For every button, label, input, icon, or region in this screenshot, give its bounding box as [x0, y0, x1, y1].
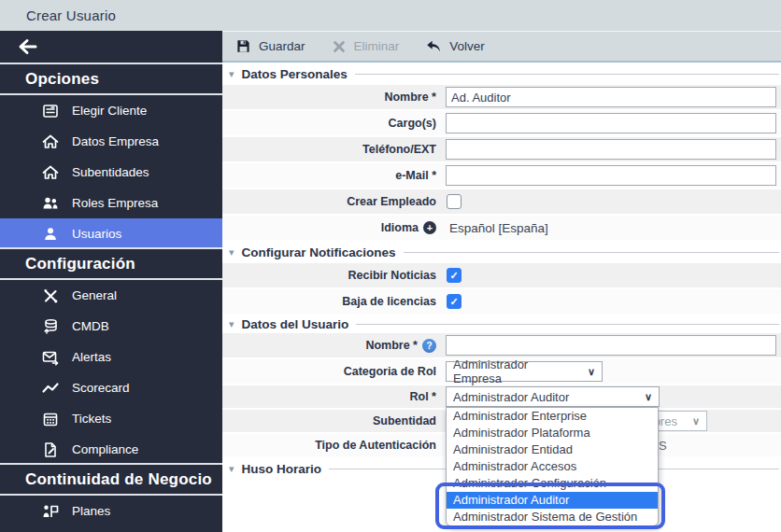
crear-usuario-screen: Crear Usuario Opciones Elegir Cliente Da…	[0, 0, 781, 532]
nombre-usuario-input[interactable]	[446, 335, 776, 356]
row-categoria-rol: Categoria de Rol Administrador Empresa ∨	[222, 359, 781, 385]
home-icon	[41, 133, 60, 151]
delete-x-icon	[332, 39, 347, 54]
idioma-value: Español [España]	[446, 221, 548, 235]
field-label: Crear Empleado	[347, 195, 436, 208]
row-nombre-usuario: Nombre * ?	[222, 333, 781, 359]
undo-arrow-icon	[425, 38, 442, 54]
sidebar-item-compliance[interactable]: Compliance	[0, 434, 222, 465]
sidebar-item-elegir-cliente[interactable]: Elegir Cliente	[0, 95, 222, 126]
dropdown-option[interactable]: Administrador Configuración	[447, 475, 658, 492]
section-title: Datos del Usuario	[242, 317, 349, 331]
sidebar-item-alertas[interactable]: Alertas	[0, 342, 222, 372]
people-icon	[41, 194, 60, 213]
row-email: e-Mail *	[222, 163, 781, 189]
dropdown-option[interactable]: Administrador Entidad	[447, 441, 658, 458]
email-input[interactable]	[446, 165, 776, 186]
save-button[interactable]: Guardar	[235, 38, 305, 54]
sidebar-item-label: Compliance	[72, 442, 138, 456]
field-label: Teléfono/EXT	[362, 143, 436, 156]
field-label: Nombre *	[365, 339, 418, 352]
sidebar-item-general[interactable]: General	[0, 280, 222, 311]
sidebar-item-label: Roles Empresa	[72, 196, 158, 210]
dropdown-option[interactable]: Administrador Accesos	[447, 458, 658, 475]
section-rule	[356, 324, 779, 325]
mail-send-icon	[41, 348, 60, 367]
select-value: Administrador Auditor	[453, 390, 569, 404]
add-language-icon[interactable]: +	[423, 221, 436, 234]
dropdown-option-highlighted[interactable]: Administrador Auditor	[447, 492, 658, 509]
chevron-down-icon: ∨	[588, 366, 595, 378]
sidebar-item-label: Subentidades	[72, 165, 149, 179]
recibir-noticias-checkbox[interactable]	[447, 268, 462, 283]
field-label: Rol *	[410, 390, 436, 403]
save-label: Guardar	[259, 39, 305, 53]
collapse-triangle-icon[interactable]: ▾	[229, 246, 234, 259]
sidebar-back-button[interactable]	[0, 31, 222, 64]
dropdown-option[interactable]: Administrador Sistema de Gestión	[447, 509, 658, 525]
rol-select[interactable]: Administrador Auditor ∨	[446, 386, 660, 407]
row-crear-empleado: Crear Empleado	[222, 189, 781, 216]
collapse-triangle-icon[interactable]: ▾	[229, 463, 234, 475]
database-upload-icon	[41, 317, 60, 336]
line-chart-icon	[41, 379, 60, 398]
field-label: Categoria de Rol	[344, 365, 436, 378]
calendar-icon	[41, 410, 60, 428]
help-icon[interactable]: ?	[422, 339, 436, 353]
collapse-triangle-icon[interactable]: ▾	[229, 318, 234, 330]
section-configurar-notificaciones: ▾ Configurar Notificaciones	[222, 242, 781, 263]
arrow-left-icon	[16, 37, 38, 56]
delete-button[interactable]: Eliminar	[332, 39, 400, 54]
sidebar-item-roles-empresa[interactable]: Roles Empresa	[0, 188, 222, 218]
select-value: Administrador Empresa	[453, 357, 578, 385]
chevron-down-icon: ∨	[692, 415, 700, 427]
field-label: Tipo de Autenticación	[315, 439, 436, 452]
back-button[interactable]: Volver	[425, 38, 485, 54]
sidebar-item-cmdb[interactable]: CMDB	[0, 311, 222, 342]
section-title: Configurar Notificaciones	[242, 245, 396, 259]
field-label: Subentidad	[373, 414, 436, 427]
dropdown-option[interactable]: Administrador Plataforma	[447, 425, 658, 441]
top-bar: Crear Usuario	[0, 0, 781, 31]
sidebar-section-continuidad: Continuidad de Negocio	[0, 463, 222, 496]
field-label: Recibir Noticias	[348, 269, 436, 282]
field-label: e-Mail *	[395, 169, 436, 182]
sidebar-section-configuracion: Configuración	[0, 247, 222, 280]
row-telefono: Teléfono/EXT	[222, 137, 781, 163]
categoria-rol-select[interactable]: Administrador Empresa ∨	[446, 361, 603, 382]
sidebar-item-label: General	[72, 288, 117, 302]
sidebar-item-label: Elegir Cliente	[72, 104, 147, 118]
person-flag-icon	[41, 502, 60, 521]
baja-licencias-checkbox[interactable]	[447, 294, 462, 309]
rol-dropdown-list: Administrador Enterprise Administrador P…	[446, 407, 659, 526]
section-rule	[404, 252, 779, 253]
cargos-input[interactable]	[446, 113, 776, 133]
sidebar-item-tickets[interactable]: Tickets	[0, 403, 222, 434]
person-icon	[41, 225, 60, 244]
telefono-input[interactable]	[446, 139, 776, 160]
section-title: Huso Horario	[242, 462, 322, 476]
sidebar-item-label: Alertas	[72, 350, 111, 364]
sidebar-item-planes[interactable]: Planes	[0, 496, 222, 526]
sidebar-item-label: Tickets	[72, 412, 111, 426]
sidebar-item-datos-empresa[interactable]: Datos Empresa	[0, 126, 222, 157]
sidebar-item-subentidades[interactable]: Subentidades	[0, 157, 222, 188]
dropdown-option[interactable]: Administrador Enterprise	[447, 408, 658, 425]
sidebar-item-usuarios[interactable]: Usuarios	[0, 218, 222, 249]
collapse-triangle-icon[interactable]: ▾	[229, 68, 234, 80]
sidebar-item-scorecard[interactable]: Scorecard	[0, 372, 222, 403]
back-label: Volver	[449, 39, 485, 53]
row-idioma: Idioma + Español [España]	[222, 216, 781, 242]
tipo-autenticacion-value-fragment: S	[659, 439, 667, 453]
tools-icon	[41, 287, 60, 305]
row-recibir-noticias: Recibir Noticias	[222, 263, 781, 289]
field-label: Idioma	[381, 221, 419, 234]
crear-empleado-checkbox[interactable]	[447, 194, 462, 209]
sidebar-item-label: Usuarios	[72, 227, 121, 241]
sidebar-item-label: Datos Empresa	[72, 134, 159, 148]
home-icon	[41, 163, 60, 182]
toolbar: Guardar Eliminar Volver	[222, 31, 781, 63]
section-title: Datos Personales	[242, 67, 348, 81]
nombre-input[interactable]	[446, 87, 776, 107]
sidebar-section-opciones: Opciones	[0, 64, 222, 95]
